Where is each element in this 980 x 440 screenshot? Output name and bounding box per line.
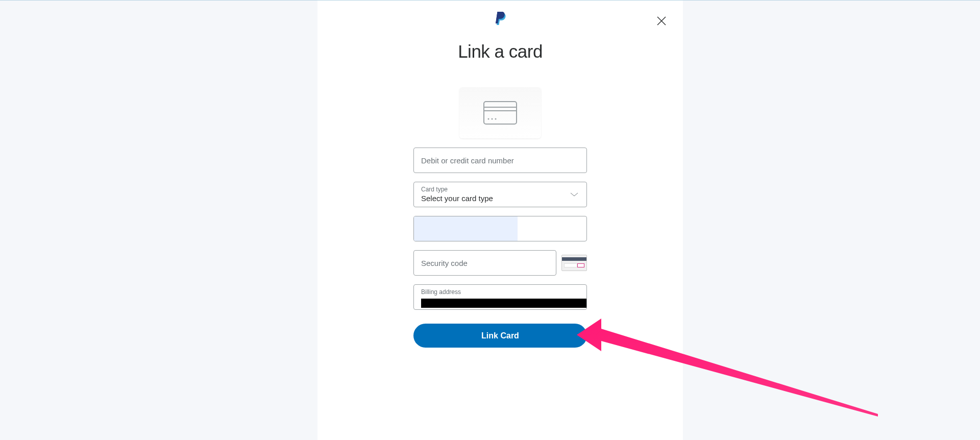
card-type-value: Select your card type: [421, 194, 493, 203]
paypal-logo-icon: [494, 11, 506, 25]
billing-address-label: Billing address: [421, 288, 579, 296]
security-code-row: [413, 250, 587, 276]
cvv-illustration-icon: [561, 255, 587, 271]
close-icon: [657, 16, 666, 26]
svg-point-5: [488, 118, 489, 120]
card-number-input[interactable]: [413, 148, 587, 173]
form-container: Card type Select your card type Billing …: [413, 148, 587, 348]
svg-rect-2: [484, 102, 517, 124]
card-type-select[interactable]: Card type Select your card type: [413, 182, 587, 207]
close-button[interactable]: [655, 15, 668, 27]
billing-address-redacted: [421, 299, 586, 308]
svg-point-6: [492, 118, 493, 120]
card-illustration: [459, 87, 541, 138]
logo-container: [494, 11, 506, 25]
link-card-modal: Link a card Card type Select your card t…: [317, 1, 683, 440]
page-title: Link a card: [458, 41, 543, 62]
expiry-input[interactable]: [413, 216, 587, 241]
autofill-highlight: [414, 216, 518, 241]
credit-card-icon: [483, 101, 518, 125]
billing-address-select[interactable]: Billing address: [413, 284, 587, 310]
chevron-down-icon: [570, 192, 578, 197]
security-code-input[interactable]: [413, 250, 556, 276]
card-type-label: Card type: [421, 186, 579, 193]
link-card-button[interactable]: Link Card: [413, 324, 587, 348]
svg-point-7: [495, 118, 497, 120]
